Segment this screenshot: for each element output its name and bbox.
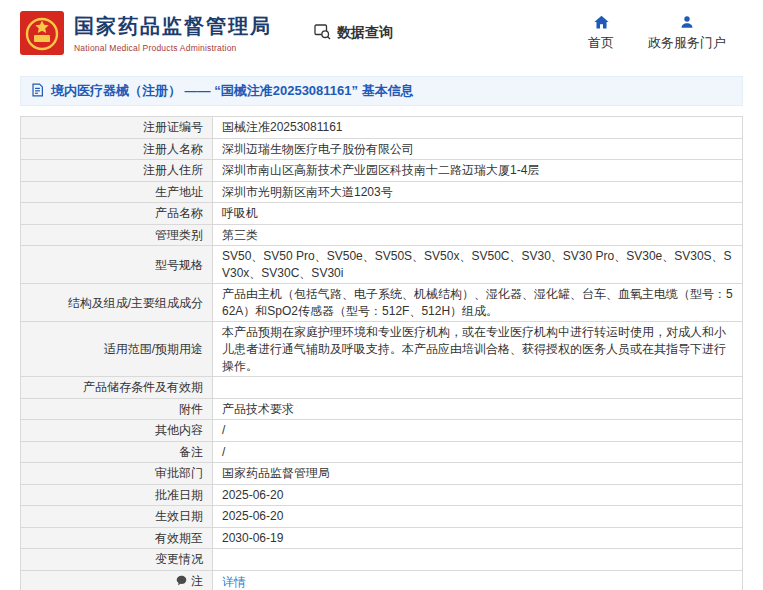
row-label: 审批部门: [21, 463, 213, 485]
row-label: 注册人名称: [21, 138, 213, 160]
row-value: [213, 549, 743, 571]
row-label: 生产地址: [21, 181, 213, 203]
row-value: 深圳市光明新区南环大道1203号: [213, 181, 743, 203]
row-value: 深圳市南山区高新技术产业园区科技南十二路迈瑞大厦1-4层: [213, 160, 743, 182]
row-value: 产品技术要求: [213, 398, 743, 420]
row-value: 详情: [213, 571, 743, 590]
row-label: 附件: [21, 398, 213, 420]
table-row: 产品储存条件及有效期: [21, 377, 743, 399]
row-label-text: 注: [191, 574, 203, 588]
header-nav: 首页 政务服务门户: [571, 15, 743, 52]
row-label: 管理类别: [21, 224, 213, 246]
detail-link[interactable]: 详情: [222, 575, 246, 589]
row-label: 适用范围/预期用途: [21, 322, 213, 377]
row-value: /: [213, 420, 743, 442]
row-label: 注: [21, 571, 213, 590]
row-label: 产品名称: [21, 203, 213, 225]
nav-item-label: 首页: [588, 34, 614, 52]
page: 国家药品监督管理局 National Medical Products Admi…: [0, 0, 763, 590]
nav-item-portal[interactable]: 政务服务门户: [631, 15, 743, 52]
table-row: 备注 /: [21, 441, 743, 463]
row-label: 注册证编号: [21, 117, 213, 139]
table-row: 生产地址 深圳市光明新区南环大道1203号: [21, 181, 743, 203]
row-value: 2030-06-19: [213, 527, 743, 549]
comment-icon: [176, 574, 187, 590]
table-row: 审批部门 国家药品监督管理局: [21, 463, 743, 485]
data-query-label: 数据查询: [337, 24, 393, 42]
table-row: 注 详情: [21, 571, 743, 590]
row-label: 备注: [21, 441, 213, 463]
row-label: 批准日期: [21, 484, 213, 506]
user-icon: [680, 15, 694, 30]
home-icon: [594, 15, 609, 30]
table-row: 适用范围/预期用途 本产品预期在家庭护理环境和专业医疗机构，或在专业医疗机构中进…: [21, 322, 743, 377]
table-row: 生效日期 2025-06-20: [21, 506, 743, 528]
row-label: 变更情况: [21, 549, 213, 571]
table-row: 变更情况: [21, 549, 743, 571]
agency-subtitle: National Medical Products Administration: [74, 43, 272, 53]
agency-titles: 国家药品监督管理局 National Medical Products Admi…: [74, 13, 272, 53]
row-value: /: [213, 441, 743, 463]
nav-item-label: 政务服务门户: [648, 34, 726, 52]
row-value: SV50、SV50 Pro、SV50e、SV50S、SV50x、SV50C、SV…: [213, 246, 743, 284]
table-row: 型号规格 SV50、SV50 Pro、SV50e、SV50S、SV50x、SV5…: [21, 246, 743, 284]
row-value: 产品由主机（包括气路、电子系统、机械结构）、湿化器、湿化罐、台车、血氧主电缆（型…: [213, 284, 743, 322]
table-row: 注册证编号 国械注准20253081161: [21, 117, 743, 139]
row-label: 生效日期: [21, 506, 213, 528]
table-row: 管理类别 第三类: [21, 224, 743, 246]
table-row: 注册人住所 深圳市南山区高新技术产业园区科技南十二路迈瑞大厦1-4层: [21, 160, 743, 182]
document-icon: [31, 83, 44, 100]
row-label: 结构及组成/主要组成成分: [21, 284, 213, 322]
table-row: 批准日期 2025-06-20: [21, 484, 743, 506]
row-value: 深圳迈瑞生物医疗电子股份有限公司: [213, 138, 743, 160]
table-row: 附件 产品技术要求: [21, 398, 743, 420]
data-query-section[interactable]: 数据查询: [314, 23, 393, 43]
table-row: 结构及组成/主要组成成分 产品由主机（包括气路、电子系统、机械结构）、湿化器、湿…: [21, 284, 743, 322]
breadcrumb-text: 境内医疗器械（注册） —— “国械注准20253081161” 基本信息: [51, 82, 414, 100]
table-row: 其他内容 /: [21, 420, 743, 442]
table-row: 有效期至 2030-06-19: [21, 527, 743, 549]
row-label: 产品储存条件及有效期: [21, 377, 213, 399]
row-value: 第三类: [213, 224, 743, 246]
row-value: 国械注准20253081161: [213, 117, 743, 139]
info-table-body: 注册证编号 国械注准20253081161 注册人名称 深圳迈瑞生物医疗电子股份…: [21, 117, 743, 590]
header: 国家药品监督管理局 National Medical Products Admi…: [0, 0, 763, 64]
nav-item-home[interactable]: 首页: [571, 15, 631, 52]
row-value: 本产品预期在家庭护理环境和专业医疗机构，或在专业医疗机构中进行转运时使用，对成人…: [213, 322, 743, 377]
row-label: 其他内容: [21, 420, 213, 442]
row-value: 国家药品监督管理局: [213, 463, 743, 485]
row-label: 注册人住所: [21, 160, 213, 182]
row-value: 呼吸机: [213, 203, 743, 225]
row-label: 有效期至: [21, 527, 213, 549]
national-emblem-logo: [20, 11, 64, 55]
table-row: 产品名称 呼吸机: [21, 203, 743, 225]
table-row: 注册人名称 深圳迈瑞生物医疗电子股份有限公司: [21, 138, 743, 160]
row-value: 2025-06-20: [213, 484, 743, 506]
registration-info-table: 注册证编号 国械注准20253081161 注册人名称 深圳迈瑞生物医疗电子股份…: [20, 116, 743, 590]
agency-title: 国家药品监督管理局: [74, 13, 272, 40]
row-label: 型号规格: [21, 246, 213, 284]
row-value: 2025-06-20: [213, 506, 743, 528]
breadcrumb: 境内医疗器械（注册） —— “国械注准20253081161” 基本信息: [20, 76, 743, 106]
data-query-icon: [314, 23, 331, 43]
row-value: [213, 377, 743, 399]
